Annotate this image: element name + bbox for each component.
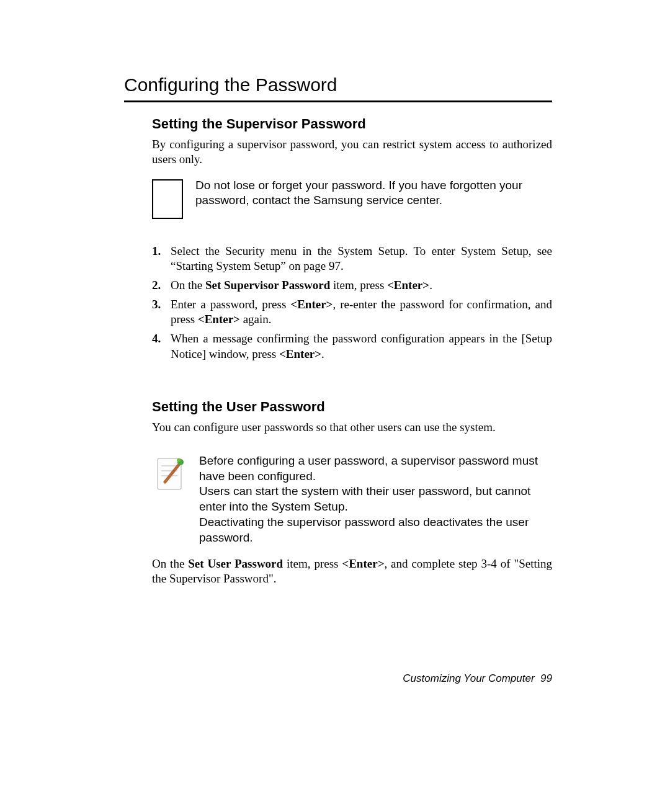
- bold-term: Set User Password: [188, 557, 283, 570]
- footer-chapter: Customizing Your Computer: [403, 672, 534, 684]
- section1-intro: By configuring a supervisor password, yo…: [152, 137, 552, 167]
- bold-term: Set Supervisor Password: [205, 279, 330, 292]
- step-number: 2.: [152, 278, 171, 293]
- key-enter: <Enter>: [290, 298, 333, 311]
- step-text: When a message confirming the password c…: [171, 331, 552, 362]
- text-run: When a message confirming the password c…: [171, 332, 552, 360]
- info-note-text: Before configuring a user password, a su…: [199, 453, 552, 545]
- text-run: .: [429, 279, 432, 292]
- step-number: 4.: [152, 331, 171, 362]
- text-run: On the: [171, 279, 205, 292]
- note-line: Users can start the system with their us…: [199, 484, 552, 514]
- step-3: 3. Enter a password, press <Enter>, re-e…: [152, 297, 552, 328]
- key-enter: <Enter>: [387, 279, 429, 292]
- step-text: On the Set Supervisor Password item, pre…: [171, 278, 552, 293]
- step-text: Enter a password, press <Enter>, re-ente…: [171, 297, 552, 328]
- text-run: item, press: [330, 279, 387, 292]
- step-2: 2. On the Set Supervisor Password item, …: [152, 278, 552, 293]
- note-line: Deactivating the supervisor password als…: [199, 515, 552, 545]
- text-run: .: [321, 347, 324, 360]
- page-title: Configuring the Password: [124, 74, 552, 96]
- title-rule: [124, 100, 552, 102]
- section-heading-user: Setting the User Password: [152, 399, 552, 415]
- step-1: 1. Select the Security menu in the Syste…: [152, 244, 552, 274]
- warning-note-text: Do not lose or forget your password. If …: [195, 178, 552, 208]
- text-run: again.: [240, 313, 272, 326]
- key-enter: <Enter>: [198, 313, 240, 326]
- note-icon: [152, 453, 187, 494]
- section2-intro: You can configure user passwords so that…: [152, 420, 552, 435]
- step-number: 1.: [152, 244, 171, 274]
- svg-point-5: [177, 458, 181, 462]
- section-heading-supervisor: Setting the Supervisor Password: [152, 116, 552, 132]
- text-run: item, press: [283, 557, 342, 570]
- text-run: Enter a password, press: [171, 298, 290, 311]
- caution-icon: [152, 179, 183, 219]
- section2-closing: On the Set User Password item, press <En…: [152, 556, 552, 586]
- warning-note: Do not lose or forget your password. If …: [152, 178, 552, 219]
- note-line: Before configuring a user password, a su…: [199, 453, 552, 484]
- key-enter: <Enter>: [342, 557, 384, 570]
- step-number: 3.: [152, 297, 171, 328]
- footer-page-number: 99: [540, 672, 552, 684]
- page-footer: Customizing Your Computer 99: [403, 672, 552, 685]
- key-enter: <Enter>: [279, 347, 321, 360]
- text-run: On the: [152, 557, 188, 570]
- steps-list: 1. Select the Security menu in the Syste…: [152, 244, 552, 362]
- step-text: Select the Security menu in the System S…: [171, 244, 552, 274]
- step-4: 4. When a message confirming the passwor…: [152, 331, 552, 362]
- document-page: Configuring the Password Setting the Sup…: [0, 0, 670, 812]
- info-note: Before configuring a user password, a su…: [152, 453, 552, 545]
